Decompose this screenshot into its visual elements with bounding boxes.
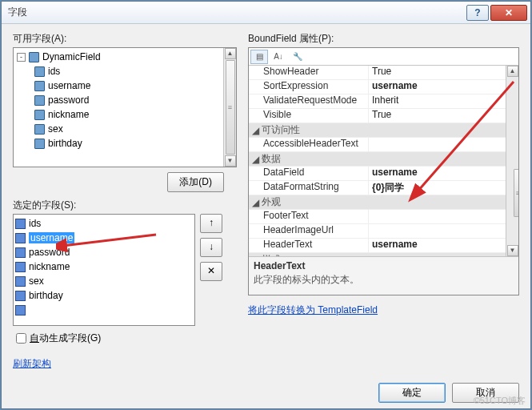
prop-category[interactable]: ◢数据 <box>249 152 506 167</box>
list-item[interactable]: sex <box>14 274 194 288</box>
tree-node-label: ids <box>48 66 60 77</box>
dialog-footer: 确定 取消 <box>2 376 530 409</box>
close-button[interactable]: ✕ <box>490 5 527 21</box>
prop-row[interactable]: VisibleTrue <box>249 109 506 123</box>
tree-node-label: username <box>48 80 90 91</box>
prop-category[interactable]: ◢外观 <box>249 195 506 210</box>
tree-node[interactable]: nickname <box>15 107 222 122</box>
prop-row[interactable]: DataFormatString{0}同学 <box>249 181 506 195</box>
scroll-down-icon[interactable]: ▼ <box>225 155 236 167</box>
scroll-up-icon[interactable]: ▲ <box>225 48 236 59</box>
autogen-row: 自动生成字段(G) <box>13 331 237 346</box>
list-item-label: password <box>29 247 70 258</box>
prop-row[interactable]: ShowHeaderTrue <box>249 66 506 80</box>
list-item[interactable]: password <box>14 245 194 259</box>
tree-node-label: sex <box>48 123 63 135</box>
list-item-label: sex <box>29 275 44 287</box>
reorder-buttons: ↑ ↓ ✕ <box>200 214 222 326</box>
add-button[interactable]: 添加(D) <box>167 172 224 192</box>
available-fields-tree[interactable]: - DynamicField ids username password nic… <box>13 47 237 167</box>
list-item[interactable] <box>14 303 194 317</box>
left-column: 可用字段(A): - DynamicField ids username pas… <box>13 32 237 376</box>
move-up-button[interactable]: ↑ <box>200 214 222 233</box>
titlebar: 字段 ? ✕ <box>2 2 530 24</box>
collapse-icon[interactable]: ◢ <box>250 125 260 136</box>
prop-row[interactable]: HeaderTextusername <box>249 239 506 253</box>
list-item-label: nickname <box>29 261 70 272</box>
propgrid-tool[interactable]: 🔧 <box>289 50 306 64</box>
prop-row[interactable]: DataFieldusername <box>249 167 506 181</box>
tree-node[interactable]: birthday <box>15 136 222 151</box>
move-down-button[interactable]: ↓ <box>200 238 222 257</box>
field-icon <box>34 139 45 149</box>
tree-content: - DynamicField ids username password nic… <box>14 48 223 167</box>
selected-fields-label: 选定的字段(S): <box>13 199 237 212</box>
autogen-label: 自动生成字段(G) <box>30 332 101 345</box>
collapse-icon[interactable]: ◢ <box>250 154 260 165</box>
list-item[interactable]: nickname <box>14 259 194 274</box>
selected-fields-list[interactable]: ids username password nickname sex birth… <box>13 214 195 326</box>
field-icon <box>15 262 26 272</box>
field-icon <box>34 95 45 106</box>
tree-node[interactable]: ids <box>15 64 222 78</box>
propgrid-body: ShowHeaderTrue SortExpressionusername Va… <box>249 66 518 256</box>
delete-button[interactable]: ✕ <box>200 262 222 281</box>
tree-node[interactable]: username <box>15 78 222 93</box>
refresh-schema-link[interactable]: 刷新架构 <box>13 358 51 369</box>
field-icon <box>34 81 45 91</box>
dialog-body: 可用字段(A): - DynamicField ids username pas… <box>2 24 530 376</box>
scroll-down-icon[interactable]: ▼ <box>507 245 518 256</box>
boundfield-label: BoundField 属性(P): <box>248 32 519 46</box>
field-icon <box>34 66 45 77</box>
window-title: 字段 <box>8 6 466 19</box>
list-item-label: birthday <box>29 290 63 301</box>
categorized-button[interactable]: ▤ <box>250 50 268 64</box>
right-column: BoundField 属性(P): ▤ A↓ 🔧 ShowHeaderTrue … <box>248 32 519 376</box>
convert-to-templatefield-link[interactable]: 将此字段转换为 TemplateField <box>248 304 378 316</box>
tree-node-label: birthday <box>48 138 82 149</box>
tree-node-root[interactable]: - DynamicField <box>15 50 222 64</box>
autogen-checkbox[interactable] <box>16 333 26 344</box>
property-grid: ▤ A↓ 🔧 ShowHeaderTrue SortExpressionuser… <box>248 47 519 295</box>
collapse-icon[interactable]: ◢ <box>250 197 260 208</box>
selected-area: ids username password nickname sex birth… <box>13 214 237 326</box>
refresh-row: 刷新架构 <box>13 357 237 371</box>
convert-row: 将此字段转换为 TemplateField <box>248 303 519 317</box>
prop-category[interactable]: ◢可访问性 <box>249 123 506 138</box>
ok-button[interactable]: 确定 <box>378 383 446 403</box>
collapse-icon[interactable]: - <box>17 53 26 62</box>
desc-name: HeaderText <box>254 260 514 271</box>
field-icon <box>34 124 45 135</box>
prop-row[interactable]: AccessibleHeaderText <box>249 138 506 152</box>
list-item[interactable]: birthday <box>14 288 194 303</box>
prop-row[interactable]: HeaderImageUrl <box>249 224 506 239</box>
field-icon <box>15 219 26 229</box>
prop-row[interactable]: ValidateRequestModeInherit <box>249 94 506 109</box>
tree-node[interactable]: sex <box>15 122 222 136</box>
scroll-thumb[interactable] <box>514 169 519 217</box>
tree-node-label: password <box>48 94 89 106</box>
available-fields-label: 可用字段(A): <box>13 32 237 46</box>
list-item-label: ids <box>29 218 41 229</box>
desc-text: 此字段的标头内的文本。 <box>254 273 514 287</box>
scroll-up-icon[interactable]: ▲ <box>507 66 518 77</box>
list-item[interactable]: ids <box>14 216 194 231</box>
alphabetical-button[interactable]: A↓ <box>270 50 287 64</box>
scroll-thumb[interactable] <box>226 60 235 155</box>
propgrid-scrollbar[interactable]: ▲ ▼ <box>506 66 518 256</box>
prop-row[interactable]: FooterText <box>249 210 506 224</box>
prop-row[interactable]: SortExpressionusername <box>249 80 506 94</box>
field-icon <box>15 305 26 316</box>
field-icon <box>15 291 26 301</box>
tree-node-label: DynamicField <box>42 51 101 62</box>
add-row: 添加(D) <box>13 167 237 199</box>
list-item-label: username <box>29 232 74 243</box>
help-button[interactable]: ? <box>466 5 489 21</box>
tree-node[interactable]: password <box>15 93 222 107</box>
list-item-selected[interactable]: username <box>14 231 194 245</box>
tree-scrollbar[interactable]: ▲ ▼ <box>223 48 236 167</box>
dynamicfield-icon <box>29 52 39 62</box>
field-icon <box>15 233 26 243</box>
watermark: ©51CTO博客 <box>474 395 526 407</box>
tree-node-label: nickname <box>48 109 89 120</box>
